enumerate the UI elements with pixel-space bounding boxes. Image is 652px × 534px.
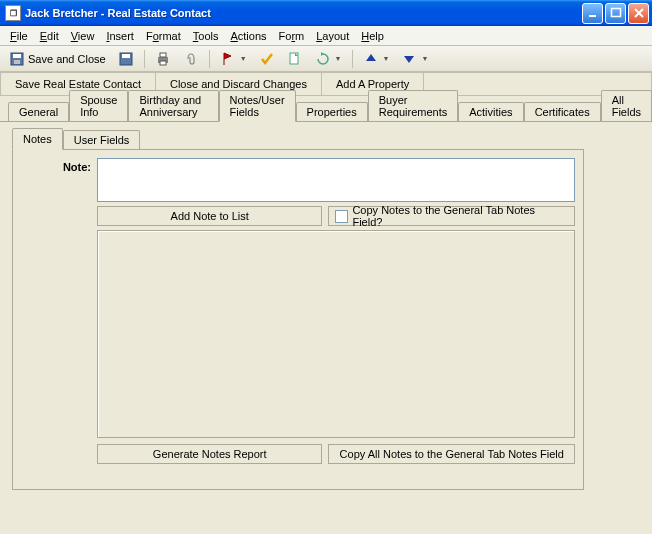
tab-certificates[interactable]: Certificates: [524, 102, 601, 121]
copy-all-notes-button[interactable]: Copy All Notes to the General Tab Notes …: [328, 444, 575, 464]
svg-rect-10: [290, 53, 298, 64]
dropdown-arrow-icon: ▼: [240, 55, 247, 62]
toolbar: Save and Close ▼ ▼ ▼ ▼: [0, 46, 652, 72]
nav-down-button[interactable]: ▼: [396, 48, 433, 70]
page-button[interactable]: [282, 48, 308, 70]
menu-file[interactable]: File: [4, 28, 34, 44]
tab-activities[interactable]: Activities: [458, 102, 523, 121]
print-button[interactable]: [150, 48, 176, 70]
page-icon: [287, 51, 303, 67]
menubar: File Edit View Insert Format Tools Actio…: [0, 26, 652, 46]
svg-rect-3: [13, 54, 21, 58]
dropdown-arrow-icon: ▼: [383, 55, 390, 62]
paperclip-icon: [183, 51, 199, 67]
arrow-up-icon: [363, 51, 379, 67]
svg-rect-4: [14, 60, 20, 64]
tab-spouse[interactable]: Spouse Info: [69, 90, 128, 121]
arrow-down-icon: [401, 51, 417, 67]
titlebar: ❐ Jack Bretcher - Real Estate Contact: [0, 0, 652, 26]
menu-layout[interactable]: Layout: [310, 28, 355, 44]
maximize-button[interactable]: [605, 3, 626, 24]
tab-properties[interactable]: Properties: [296, 102, 368, 121]
nav-up-button[interactable]: ▼: [358, 48, 395, 70]
tab-user-fields[interactable]: User Fields: [63, 130, 141, 149]
disk-icon: [118, 51, 134, 67]
print-icon: [155, 51, 171, 67]
tab-general[interactable]: General: [8, 102, 69, 121]
menu-insert[interactable]: Insert: [100, 28, 140, 44]
svg-rect-6: [122, 54, 130, 58]
minimize-button[interactable]: [582, 3, 603, 24]
save-icon: [9, 51, 25, 67]
toolbar-separator: [209, 50, 210, 68]
check-button[interactable]: [254, 48, 280, 70]
tab-notes[interactable]: Notes: [12, 128, 63, 150]
generate-report-button[interactable]: Generate Notes Report: [97, 444, 322, 464]
recur-button[interactable]: ▼: [310, 48, 347, 70]
save-close-label: Save and Close: [28, 53, 106, 65]
menu-edit[interactable]: Edit: [34, 28, 65, 44]
svg-rect-8: [160, 53, 166, 57]
window-controls: [582, 3, 649, 24]
toolbar-separator: [352, 50, 353, 68]
content: Notes User Fields Note: Add Note to List…: [0, 122, 652, 496]
add-note-button[interactable]: Add Note to List: [97, 206, 322, 226]
svg-rect-9: [160, 61, 166, 65]
attach-button[interactable]: [178, 48, 204, 70]
flag-icon: [220, 51, 236, 67]
menu-form[interactable]: Form: [273, 28, 311, 44]
tab-all-fields[interactable]: All Fields: [601, 90, 652, 121]
notes-panel: Note: Add Note to List Copy Notes to the…: [12, 150, 584, 490]
tab-buyer[interactable]: Buyer Requirements: [368, 90, 458, 121]
menu-help[interactable]: Help: [355, 28, 390, 44]
notes-list[interactable]: [97, 230, 575, 438]
check-icon: [259, 51, 275, 67]
menu-tools[interactable]: Tools: [187, 28, 225, 44]
menu-view[interactable]: View: [65, 28, 101, 44]
tab-notes-user[interactable]: Notes/User Fields: [219, 90, 296, 122]
save-close-button[interactable]: Save and Close: [4, 48, 111, 70]
window-title: Jack Bretcher - Real Estate Contact: [25, 7, 582, 19]
close-button[interactable]: [628, 3, 649, 24]
app-icon: ❐: [5, 5, 21, 21]
tab-birthday[interactable]: Birthday and Anniversary: [128, 90, 218, 121]
menu-actions[interactable]: Actions: [224, 28, 272, 44]
copy-notes-label: Copy Notes to the General Tab Notes Fiel…: [352, 204, 568, 228]
copy-notes-checkbox[interactable]: [335, 210, 348, 223]
recur-icon: [315, 51, 331, 67]
menu-format[interactable]: Format: [140, 28, 187, 44]
svg-rect-1: [611, 9, 620, 17]
svg-rect-0: [589, 15, 596, 17]
dropdown-arrow-icon: ▼: [421, 55, 428, 62]
note-input[interactable]: [97, 158, 575, 202]
save-button[interactable]: [113, 48, 139, 70]
main-tabs: General Spouse Info Birthday and Anniver…: [0, 100, 652, 122]
note-label: Note:: [21, 158, 91, 202]
dropdown-arrow-icon: ▼: [335, 55, 342, 62]
toolbar-separator: [144, 50, 145, 68]
flag-button[interactable]: ▼: [215, 48, 252, 70]
sub-tabs: Notes User Fields: [12, 128, 584, 150]
